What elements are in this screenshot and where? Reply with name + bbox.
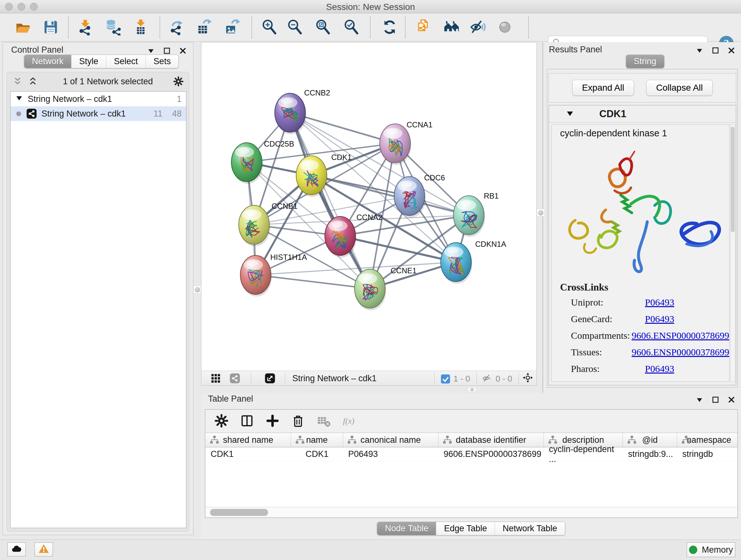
network-row[interactable]: String Network – cdk1 11 48 xyxy=(10,106,186,121)
share-view-icon[interactable] xyxy=(229,373,240,384)
expand-all-button[interactable]: Expand All xyxy=(572,80,634,96)
hidden-eye-icon[interactable] xyxy=(482,373,492,384)
table-cell[interactable]: CDK1 xyxy=(291,447,343,461)
node-CCNB2[interactable] xyxy=(275,93,307,134)
edge-CCNA2-CDKN1A[interactable] xyxy=(340,236,456,262)
collection-caret-icon[interactable] xyxy=(15,94,23,105)
show-sphere-button[interactable] xyxy=(496,19,514,37)
refresh-view-button[interactable] xyxy=(381,19,399,37)
tab-node-table[interactable]: Node Table xyxy=(377,522,436,535)
panel-menu-button[interactable] xyxy=(695,46,704,55)
column-header-sharedname[interactable]: shared name xyxy=(205,433,291,447)
panel-menu-button[interactable] xyxy=(146,46,155,55)
zoom-fit-button[interactable] xyxy=(314,19,332,37)
edge-CDK1-RB1[interactable] xyxy=(312,175,469,215)
panel-float-button[interactable] xyxy=(162,46,172,55)
table-cell[interactable]: 9606.ENSP00000378699 xyxy=(439,447,544,461)
table-hscrollbar[interactable] xyxy=(205,507,737,517)
tab-sets[interactable]: Sets xyxy=(145,55,179,68)
panel-float-button[interactable] xyxy=(711,395,720,404)
node-CDC25B[interactable] xyxy=(231,143,263,184)
export-view-icon[interactable] xyxy=(265,373,275,384)
table-row[interactable]: CDK1CDK1P064939606.ENSP00000378699cyclin… xyxy=(205,447,737,461)
results-scrollbar[interactable] xyxy=(730,125,735,382)
columns-icon[interactable] xyxy=(240,414,254,428)
duplicate-network-button[interactable] xyxy=(415,19,433,37)
panel-close-button[interactable] xyxy=(727,395,736,404)
cloud-button[interactable] xyxy=(7,543,26,557)
warnings-button[interactable] xyxy=(35,543,53,557)
zoom-out-button[interactable] xyxy=(286,19,304,37)
import-table-file-button[interactable] xyxy=(132,19,150,37)
column-header-description[interactable]: description xyxy=(544,433,623,447)
collapse-all-button[interactable]: Collapse All xyxy=(646,80,713,96)
main-toolbar: ? xyxy=(0,13,741,42)
node-CCNA2[interactable] xyxy=(325,216,356,258)
delete-icon[interactable] xyxy=(291,414,306,428)
column-header-name[interactable]: name xyxy=(291,433,343,447)
node-HIST1H1A[interactable] xyxy=(240,255,272,297)
left-splitter-handle[interactable] xyxy=(193,286,201,294)
save-session-button[interactable] xyxy=(42,19,60,37)
birdseye-icon[interactable] xyxy=(522,372,535,384)
open-session-button[interactable] xyxy=(14,19,32,37)
tab-select[interactable]: Select xyxy=(106,55,145,68)
network-collection-row[interactable]: String Network – cdk1 1 xyxy=(10,91,186,106)
grid-view-icon[interactable] xyxy=(210,373,221,384)
column-header-databaseidentifier[interactable]: database identifier xyxy=(439,433,544,447)
table-cell[interactable]: cyclin-dependent ... xyxy=(544,447,623,461)
table-cell[interactable]: stringdb xyxy=(677,447,737,461)
node-CDK1[interactable] xyxy=(296,156,328,197)
column-header-id[interactable]: @id xyxy=(623,433,677,447)
network-overview-button[interactable] xyxy=(443,19,461,37)
column-header-namespace[interactable]: namespace xyxy=(677,433,737,447)
panel-close-button[interactable] xyxy=(727,46,736,55)
panel-close-button[interactable] xyxy=(179,46,187,55)
node-CCNA1[interactable] xyxy=(380,124,411,165)
tab-network-table[interactable]: Network Table xyxy=(495,522,565,535)
tab-string[interactable]: String xyxy=(626,55,664,68)
zoom-in-button[interactable] xyxy=(260,19,278,37)
node-CDKN1A[interactable] xyxy=(441,243,472,284)
node-entry-body: cyclin-dependent kinase 1 xyxy=(551,125,730,382)
hide-selected-button[interactable] xyxy=(469,19,487,37)
zoom-selected-button[interactable] xyxy=(342,19,360,37)
selected-checkbox-icon[interactable] xyxy=(440,374,450,383)
panel-menu-button[interactable] xyxy=(695,395,704,404)
table-cell[interactable]: CDK1 xyxy=(205,447,291,461)
crosslink-link[interactable]: P06493 xyxy=(645,314,674,324)
export-table-button[interactable] xyxy=(195,19,213,37)
tab-network[interactable]: Network xyxy=(24,55,71,68)
import-network-file-button[interactable] xyxy=(76,19,94,37)
edge-HIST1H1A-CCNE1[interactable] xyxy=(256,275,370,289)
expand-all-icon[interactable] xyxy=(27,76,38,87)
add-icon[interactable] xyxy=(265,414,280,428)
export-image-button[interactable] xyxy=(223,19,241,37)
node-RB1[interactable] xyxy=(454,196,485,237)
export-network-button[interactable] xyxy=(168,19,186,37)
collapse-all-icon[interactable] xyxy=(12,76,23,87)
horizontal-splitter-handle[interactable] xyxy=(468,387,476,392)
network-canvas[interactable]: CCNB2CCNA1CDC25BCDK1CDC6RB1CCNB1CCNA2CDK… xyxy=(201,43,536,371)
crosslink-link[interactable]: 9606.ENSP00000378699 xyxy=(631,330,729,341)
gear-icon[interactable] xyxy=(173,76,184,87)
crosslink-link[interactable]: 9606.ENSP00000378699 xyxy=(631,347,729,358)
node-CCNB1[interactable] xyxy=(239,205,270,246)
settings-icon[interactable] xyxy=(214,414,229,428)
edge-CCNB2-CCNE1[interactable] xyxy=(290,113,370,289)
import-network-database-button[interactable] xyxy=(104,19,122,37)
node-CCNE1[interactable] xyxy=(354,269,386,310)
table-cell[interactable]: stringdb:9... xyxy=(623,447,677,461)
right-splitter-handle[interactable] xyxy=(537,209,544,216)
memory-button[interactable]: Memory xyxy=(687,543,735,557)
tab-edge-table[interactable]: Edge Table xyxy=(436,522,495,535)
column-header-canonicalname[interactable]: canonical name xyxy=(343,433,439,447)
node-CDC6[interactable] xyxy=(394,177,426,218)
crosslink-link[interactable]: P06493 xyxy=(645,297,674,308)
panel-float-button[interactable] xyxy=(711,46,720,55)
tab-style[interactable]: Style xyxy=(71,55,106,68)
entry-caret-icon[interactable] xyxy=(565,109,575,119)
crosslink-link[interactable]: P06493 xyxy=(645,363,674,374)
node-entry-header[interactable]: CDK1 xyxy=(549,105,736,123)
table-cell[interactable]: P06493 xyxy=(343,447,439,461)
